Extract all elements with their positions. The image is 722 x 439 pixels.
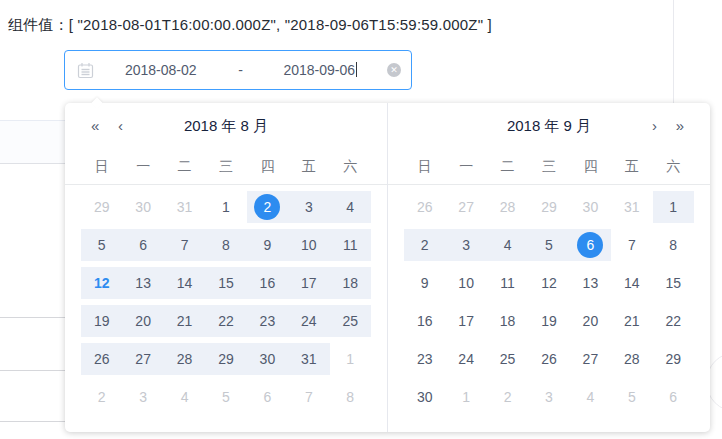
day-cell[interactable]: 4 [570,378,611,416]
day-cell[interactable]: 24 [445,340,486,378]
day-cell[interactable]: 26 [528,340,569,378]
day-cell[interactable]: 2 [247,188,288,226]
day-cell[interactable]: 2 [81,378,122,416]
day-cell[interactable]: 25 [487,340,528,378]
day-cell[interactable]: 17 [445,302,486,340]
date-range-input[interactable]: 2018-08-02 - 2018-09-06 ✕ [64,50,412,90]
day-cell[interactable]: 2 [487,378,528,416]
day-cell[interactable]: 26 [404,188,445,226]
day-cell[interactable]: 30 [247,340,288,378]
day-row: 2627282930311 [81,340,371,378]
day-number: 23 [260,313,276,329]
day-cell[interactable]: 1 [205,188,246,226]
day-cell[interactable]: 28 [611,340,652,378]
day-cell[interactable]: 1 [653,188,694,226]
day-cell[interactable]: 3 [445,226,486,264]
circle-close-icon[interactable]: ✕ [387,63,401,77]
day-cell[interactable]: 20 [570,302,611,340]
day-cell[interactable]: 14 [164,264,205,302]
day-cell[interactable]: 30 [122,188,163,226]
day-cell[interactable]: 12 [528,264,569,302]
day-cell[interactable]: 5 [81,226,122,264]
day-cell[interactable]: 30 [570,188,611,226]
next-year-button[interactable]: » [676,103,684,149]
day-cell[interactable]: 1 [330,340,371,378]
day-number: 8 [346,389,354,405]
day-cell[interactable]: 25 [330,302,371,340]
day-cell[interactable]: 24 [288,302,329,340]
day-cell[interactable]: 3 [122,378,163,416]
day-cell[interactable]: 6 [653,378,694,416]
day-cell[interactable]: 28 [487,188,528,226]
day-cell[interactable]: 18 [487,302,528,340]
day-cell[interactable]: 4 [164,378,205,416]
day-cell[interactable]: 26 [81,340,122,378]
day-cell[interactable]: 22 [653,302,694,340]
day-cell[interactable]: 27 [122,340,163,378]
day-cell[interactable]: 29 [653,340,694,378]
day-cell[interactable]: 29 [81,188,122,226]
day-cell[interactable]: 5 [528,226,569,264]
day-cell[interactable]: 9 [404,264,445,302]
day-cell[interactable]: 20 [122,302,163,340]
day-cell[interactable]: 2 [404,226,445,264]
day-cell[interactable]: 31 [611,188,652,226]
day-cell[interactable]: 27 [570,340,611,378]
day-cell[interactable]: 4 [330,188,371,226]
day-cell[interactable]: 16 [404,302,445,340]
day-cell[interactable]: 22 [205,302,246,340]
day-cell[interactable]: 5 [205,378,246,416]
day-cell[interactable]: 15 [205,264,246,302]
next-month-button[interactable]: › [652,103,657,149]
calendar-title[interactable]: 2018 年 9 月 [507,117,591,136]
day-cell[interactable]: 29 [528,188,569,226]
day-cell[interactable]: 15 [653,264,694,302]
day-cell[interactable]: 23 [247,302,288,340]
day-cell[interactable]: 7 [288,378,329,416]
day-cell[interactable]: 11 [330,226,371,264]
day-cell[interactable]: 9 [247,226,288,264]
day-cell[interactable]: 23 [404,340,445,378]
day-row: 19202122232425 [81,302,371,340]
day-cell[interactable]: 28 [164,340,205,378]
weekday-label: 六 [653,158,694,176]
day-cell[interactable]: 3 [528,378,569,416]
day-cell[interactable]: 21 [611,302,652,340]
day-cell[interactable]: 6 [247,378,288,416]
prev-month-button[interactable]: ‹ [118,103,123,149]
day-cell[interactable]: 8 [330,378,371,416]
day-cell[interactable]: 19 [528,302,569,340]
prev-year-button[interactable]: « [91,103,99,149]
day-cell[interactable]: 10 [445,264,486,302]
day-cell[interactable]: 16 [247,264,288,302]
day-cell[interactable]: 19 [81,302,122,340]
calendar-title[interactable]: 2018 年 8 月 [184,117,268,136]
day-cell[interactable]: 18 [330,264,371,302]
day-cell[interactable]: 12 [81,264,122,302]
day-cell[interactable]: 31 [164,188,205,226]
day-cell[interactable]: 1 [445,378,486,416]
day-cell[interactable]: 13 [570,264,611,302]
day-cell[interactable]: 31 [288,340,329,378]
start-date-input[interactable]: 2018-08-02 [94,62,228,78]
day-cell[interactable]: 7 [611,226,652,264]
day-cell[interactable]: 6 [122,226,163,264]
day-cell[interactable]: 29 [205,340,246,378]
day-cell[interactable]: 13 [122,264,163,302]
day-cell[interactable]: 8 [205,226,246,264]
day-cell[interactable]: 10 [288,226,329,264]
day-cell[interactable]: 11 [487,264,528,302]
day-cell[interactable]: 14 [611,264,652,302]
day-grid: 2930311234567891011121314151617181920212… [65,185,387,416]
day-cell[interactable]: 8 [653,226,694,264]
end-date-input[interactable]: 2018-09-06 [254,62,388,78]
day-cell[interactable]: 27 [445,188,486,226]
day-cell[interactable]: 21 [164,302,205,340]
day-cell[interactable]: 7 [164,226,205,264]
day-cell[interactable]: 30 [404,378,445,416]
day-cell[interactable]: 6 [570,226,611,264]
day-cell[interactable]: 3 [288,188,329,226]
day-cell[interactable]: 4 [487,226,528,264]
day-cell[interactable]: 5 [611,378,652,416]
day-cell[interactable]: 17 [288,264,329,302]
